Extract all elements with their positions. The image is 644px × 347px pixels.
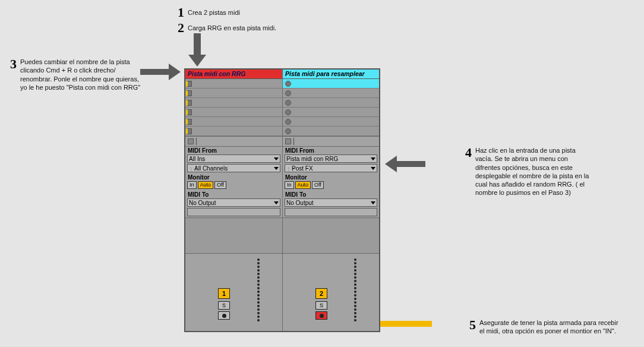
midi-from-label: MIDI From xyxy=(283,147,379,154)
monitor-auto-button[interactable]: Auto xyxy=(198,181,214,189)
clip-slot[interactable] xyxy=(283,89,379,98)
midi-to-select[interactable]: No Output xyxy=(285,198,377,207)
clip-slot[interactable] xyxy=(283,108,379,117)
track-activator-button[interactable]: 2 xyxy=(315,288,327,299)
monitor-in-button[interactable]: In xyxy=(285,181,294,189)
arrow-right-icon xyxy=(140,64,182,80)
tracks-panel: Pista midi con RRG MIDI From All Ins ⋮⋮A… xyxy=(184,68,380,332)
clip-slot[interactable] xyxy=(185,79,282,89)
midi-from-channel-select[interactable]: ⋮⋮All Channels xyxy=(187,164,280,172)
monitor-label: Monitor xyxy=(185,174,282,181)
step-4-number: 4 xyxy=(465,146,472,159)
mixer-section: 1 S xyxy=(185,254,282,331)
track-1-title[interactable]: Pista midi con RRG xyxy=(185,70,282,79)
meter-icon xyxy=(257,258,260,321)
step-2-text: Carga RRG en esta pista midi. xyxy=(188,24,276,32)
arrow-down-icon xyxy=(188,33,206,68)
solo-button[interactable]: S xyxy=(315,301,327,310)
step-1-number: 1 xyxy=(178,6,184,19)
record-arm-button[interactable] xyxy=(315,311,327,320)
clip-slot[interactable] xyxy=(185,108,282,117)
clip-slot[interactable] xyxy=(185,89,282,98)
midi-from-select[interactable]: All Ins xyxy=(187,154,280,163)
sends-area xyxy=(185,218,282,254)
midi-to-label: MIDI To xyxy=(283,191,379,198)
midi-from-label: MIDI From xyxy=(185,147,282,154)
midi-to-label: MIDI To xyxy=(185,191,282,198)
step-5-text: Asegurate de tener la pista armada para … xyxy=(479,318,624,336)
monitor-off-button[interactable]: Off xyxy=(214,181,226,189)
monitor-off-button[interactable]: Off xyxy=(312,181,324,189)
row-divider xyxy=(185,136,282,147)
clip-slot[interactable] xyxy=(283,127,379,136)
step-2-number: 2 xyxy=(178,21,184,34)
solo-button[interactable]: S xyxy=(218,301,230,310)
meter-icon xyxy=(354,258,356,321)
arrow-left-icon xyxy=(384,156,425,172)
track-2: Pista midi para resamplear MIDI From Pis… xyxy=(282,70,379,331)
clip-slot[interactable] xyxy=(185,98,282,108)
monitor-label: Monitor xyxy=(283,174,379,181)
midi-from-select[interactable]: Pista midi con RRG xyxy=(285,154,377,163)
record-arm-button[interactable] xyxy=(218,311,230,320)
track-1: Pista midi con RRG MIDI From All Ins ⋮⋮A… xyxy=(185,70,282,331)
clip-slot[interactable] xyxy=(185,127,282,136)
clip-slot[interactable] xyxy=(185,117,282,127)
step-1-text: Crea 2 pistas midi xyxy=(188,8,240,17)
track-2-title[interactable]: Pista midi para resamplear xyxy=(283,70,379,79)
row-divider xyxy=(283,136,379,147)
clip-slot[interactable] xyxy=(283,79,379,89)
sends-area xyxy=(283,218,379,254)
step-5-number: 5 xyxy=(469,318,476,332)
step-3-text: Puedes cambiar el nombre de la pista cli… xyxy=(20,58,141,92)
monitor-in-button[interactable]: In xyxy=(187,181,197,189)
clip-slot[interactable] xyxy=(283,117,379,127)
track-activator-button[interactable]: 1 xyxy=(218,288,230,299)
step-4-text: Haz clic en la entrada de una pista vací… xyxy=(475,146,590,197)
clip-slot[interactable] xyxy=(283,98,379,108)
io-section: MIDI From All Ins ⋮⋮All Channels Monitor… xyxy=(185,147,282,218)
midi-to-select[interactable]: No Output xyxy=(187,198,280,207)
step-3-number: 3 xyxy=(10,58,17,71)
io-section: MIDI From Pista midi con RRG ⋮⋮Post FX M… xyxy=(283,147,379,218)
monitor-auto-button[interactable]: Auto xyxy=(295,181,311,189)
midi-from-channel-select[interactable]: ⋮⋮Post FX xyxy=(285,164,377,172)
midi-to-sub-select[interactable] xyxy=(187,208,280,216)
mixer-section: 2 S xyxy=(283,254,379,331)
midi-to-sub-select[interactable] xyxy=(285,208,377,216)
